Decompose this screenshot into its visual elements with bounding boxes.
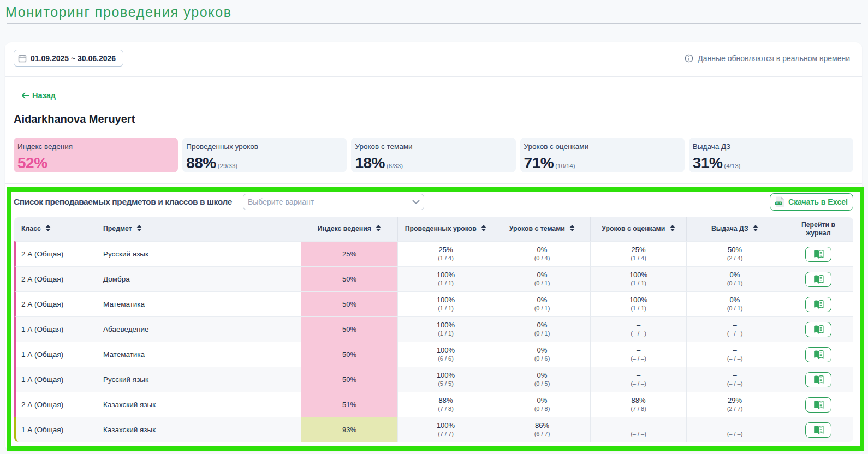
svg-text:XLS: XLS [776,202,781,205]
